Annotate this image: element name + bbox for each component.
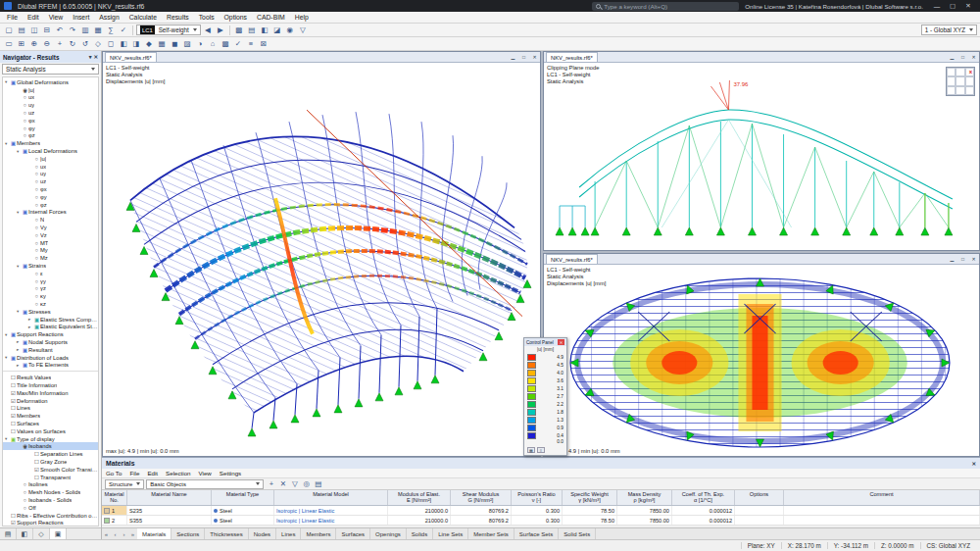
viewport-tab[interactable]: NKV_results.rf6*	[105, 52, 157, 62]
next-load-case-icon[interactable]: ▶	[215, 25, 226, 36]
tree-item[interactable]: ○ ux	[3, 94, 98, 102]
menu-item[interactable]: Options	[220, 12, 252, 23]
tree-item-icon[interactable]: ▣	[22, 347, 28, 353]
tree-item-icon[interactable]: ○	[33, 255, 40, 261]
tree-item-icon[interactable]: ▣	[10, 436, 17, 442]
tree-item-icon[interactable]: ☐	[10, 421, 17, 426]
specific-weight-cell[interactable]: 78.50	[563, 506, 617, 515]
tree-item-icon[interactable]: ○	[33, 271, 40, 276]
pan-icon[interactable]: +	[54, 38, 66, 50]
tree-item-icon[interactable]: ☐	[10, 375, 17, 380]
tree-item[interactable]: ☐ Gray Zone	[3, 458, 98, 466]
save-icon[interactable]: ◫	[28, 25, 40, 36]
section-icon[interactable]: ◪	[271, 25, 283, 36]
tree-item-icon[interactable]: ☑	[10, 398, 17, 404]
check-model-icon[interactable]: ✓	[118, 25, 129, 36]
tree-item-icon[interactable]: ○	[22, 125, 28, 131]
show-results-icon[interactable]: ▩	[233, 25, 245, 36]
tree-item-icon[interactable]: ○	[22, 110, 28, 116]
open-file-icon[interactable]: ▤	[16, 25, 27, 36]
close-button[interactable]: ✕	[960, 0, 976, 12]
filter-rows-icon[interactable]: ▽	[289, 479, 300, 489]
specific-weight-cell[interactable]: 78.50	[563, 516, 617, 525]
shear-modulus-cell[interactable]: 80769.2	[451, 516, 512, 525]
tables-icon[interactable]: ▦	[92, 25, 104, 36]
tree-item-icon[interactable]: ○	[33, 247, 40, 253]
menu-item[interactable]: Results	[162, 12, 194, 23]
vp-close-button[interactable]: ✕	[968, 254, 979, 264]
tree-item[interactable]: ☐ Transparent	[3, 474, 98, 481]
legend-options-icon[interactable]: ▦	[527, 447, 535, 453]
tree-item-icon[interactable]: ☐	[33, 459, 40, 465]
tree-item-icon[interactable]: ○	[33, 301, 40, 307]
tree-item-icon[interactable]: ▣	[33, 324, 40, 329]
tree-item[interactable]: ○ φz	[3, 132, 98, 140]
tree-item-icon[interactable]: ☐	[33, 451, 40, 457]
tree-item[interactable]: ☑ Members	[3, 412, 98, 420]
menu-item[interactable]: Insert	[68, 12, 94, 23]
table-tab[interactable]: Line Sets	[433, 528, 468, 539]
mass-density-cell[interactable]: 7850.00	[617, 516, 672, 525]
column-header[interactable]: Specific Weight γ [kN/m³]	[563, 490, 617, 505]
tree-item-icon[interactable]: ○	[22, 481, 28, 487]
tree-item-icon[interactable]: ☐	[10, 513, 17, 519]
previous-load-case-icon[interactable]: ◀	[202, 25, 214, 36]
table-tab[interactable]: Surfaces	[336, 528, 370, 539]
view-x-icon[interactable]: ◻	[105, 38, 117, 50]
coordinate-system-combo[interactable]: 1 - Global XYZ	[921, 25, 977, 35]
tree-item-icon[interactable]: ▣	[10, 140, 17, 146]
tree-item-icon[interactable]: ○	[33, 240, 40, 246]
tree-item-icon[interactable]: ○	[22, 94, 28, 100]
tree-item-icon[interactable]: ○	[33, 156, 40, 162]
find-icon[interactable]: ◎	[301, 479, 312, 489]
materials-menu-item[interactable]: Settings	[216, 469, 245, 477]
vp-maximize-button[interactable]: □	[518, 52, 529, 62]
tree-item[interactable]: ▾ ▣ Stresses	[3, 308, 98, 316]
tree-item-icon[interactable]: ○	[33, 217, 40, 223]
vp-close-button[interactable]: ✕	[968, 52, 979, 62]
result-legend-panel[interactable]: Control Panel ✕ |u| [mm] 4.9	[523, 337, 567, 456]
tree-item-icon[interactable]: ○	[33, 194, 40, 200]
modulus-cell[interactable]: 210000.0	[388, 506, 451, 515]
tree-item-icon[interactable]: ☑	[10, 520, 17, 526]
materials-menu-item[interactable]: Selection	[162, 469, 194, 477]
tree-item-icon[interactable]: ○	[22, 118, 28, 124]
shear-modulus-cell[interactable]: 80769.2	[451, 506, 512, 515]
materials-menu-item[interactable]: Go To	[102, 469, 125, 477]
calculate-icon[interactable]: ∑	[105, 25, 117, 36]
tree-item-icon[interactable]: ○	[33, 293, 40, 299]
tree-item[interactable]: ○ ux	[3, 163, 98, 171]
tree-item-icon[interactable]: ▣	[10, 331, 17, 337]
table-tab[interactable]: Materials	[137, 528, 172, 539]
legend-settings-icon[interactable]: ≡	[537, 447, 545, 453]
tree-item[interactable]: ☐ Result Values	[3, 374, 98, 381]
tree-item[interactable]: ▾ ▣ Strains	[3, 262, 98, 270]
vp-maximize-button[interactable]: □	[957, 254, 968, 264]
material-model-cell[interactable]: Isotropic | Linear Elastic	[274, 506, 388, 515]
tree-item[interactable]: ○ N	[3, 216, 98, 224]
tree-item[interactable]: ○ uz	[3, 177, 98, 185]
tree-item[interactable]: ○ Mesh Nodes - Solids	[3, 488, 98, 496]
tree-item[interactable]: ○ MT	[3, 239, 98, 247]
materials-close-icon[interactable]: ✕	[971, 461, 976, 467]
view-z-icon[interactable]: ◨	[130, 38, 142, 50]
tree-item[interactable]: ◉ |u|	[3, 86, 98, 94]
tree-item-icon[interactable]: ▣	[22, 309, 28, 315]
table-tab-arrow[interactable]: »	[128, 531, 137, 537]
tree-item[interactable]: ○ Off	[3, 504, 98, 512]
navigator-close-icon[interactable]: ✕	[93, 54, 98, 60]
object-category-combo[interactable]: Basic Objects	[146, 479, 264, 489]
column-header[interactable]: Comment	[784, 490, 980, 505]
tree-item[interactable]: ☑ Smooth Color Transition	[3, 466, 98, 474]
tree-item-icon[interactable]: ☑	[10, 413, 17, 419]
tree-item-icon[interactable]: ○	[33, 178, 40, 184]
vp-maximize-button[interactable]: □	[957, 52, 968, 62]
tree-item[interactable]: ○ κy	[3, 292, 98, 300]
tree-item-icon[interactable]: ▣	[10, 355, 17, 361]
menu-item[interactable]: Edit	[23, 12, 44, 23]
clipping-plane-icon[interactable]: ◧	[259, 25, 270, 36]
tree-item-icon[interactable]: ○	[22, 132, 28, 138]
tree-item-icon[interactable]: ▣	[22, 362, 28, 368]
filter-icon[interactable]: ▽	[297, 25, 309, 36]
isometric-view-icon[interactable]: ◆	[143, 38, 155, 50]
